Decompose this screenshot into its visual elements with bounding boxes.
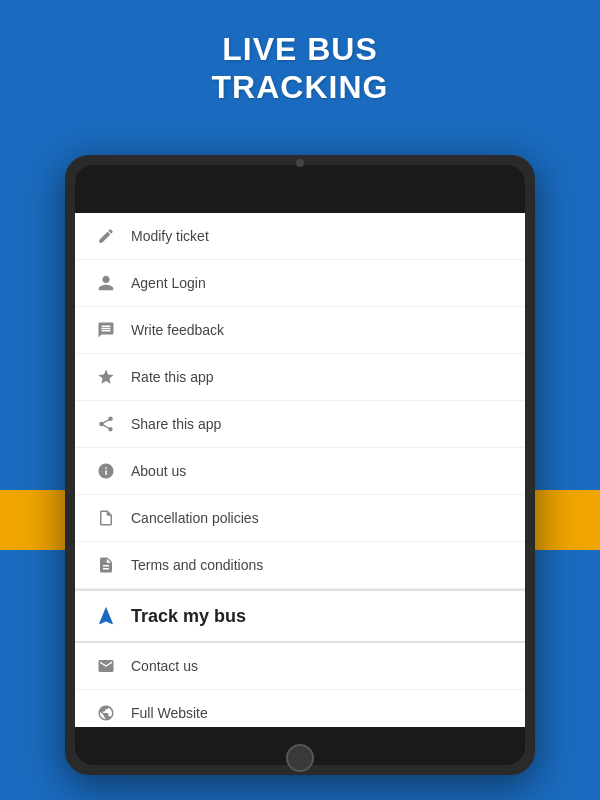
menu-item-agent-login[interactable]: Agent Login <box>75 260 525 307</box>
terms-label: Terms and conditions <box>131 557 263 573</box>
home-button[interactable] <box>286 744 314 772</box>
menu-item-rate-app[interactable]: Rate this app <box>75 354 525 401</box>
globe-icon <box>95 702 117 724</box>
navigation-icon <box>95 605 117 627</box>
header-line2: TRACKING <box>212 69 389 105</box>
person-icon <box>95 272 117 294</box>
menu-item-about-us[interactable]: About us <box>75 448 525 495</box>
tablet-device: Modify ticket Agent Login <box>65 155 535 775</box>
document-lines-icon <box>95 554 117 576</box>
menu-item-full-website[interactable]: Full Website <box>75 690 525 727</box>
pencil-icon <box>95 225 117 247</box>
menu-item-share-app[interactable]: Share this app <box>75 401 525 448</box>
about-us-label: About us <box>131 463 186 479</box>
share-app-label: Share this app <box>131 416 221 432</box>
full-website-label: Full Website <box>131 705 208 721</box>
agent-login-label: Agent Login <box>131 275 206 291</box>
menu-item-modify-ticket[interactable]: Modify ticket <box>75 213 525 260</box>
screen-content: Modify ticket Agent Login <box>75 183 525 727</box>
star-icon <box>95 366 117 388</box>
menu-item-track-bus[interactable]: Track my bus <box>75 589 525 643</box>
menu-item-contact-us[interactable]: Contact us <box>75 643 525 690</box>
track-bus-label: Track my bus <box>131 606 246 627</box>
write-feedback-label: Write feedback <box>131 322 224 338</box>
camera <box>296 159 304 167</box>
header: LIVE BUS TRACKING <box>0 30 600 107</box>
tablet-screen: Modify ticket Agent Login <box>75 165 525 765</box>
chat-icon <box>95 319 117 341</box>
menu-list: Modify ticket Agent Login <box>75 213 525 727</box>
info-icon <box>95 460 117 482</box>
contact-us-label: Contact us <box>131 658 198 674</box>
menu-item-cancellation[interactable]: Cancellation policies <box>75 495 525 542</box>
mail-icon <box>95 655 117 677</box>
screen-top-bar <box>75 183 525 213</box>
menu-item-terms[interactable]: Terms and conditions <box>75 542 525 589</box>
share-icon <box>95 413 117 435</box>
cancellation-label: Cancellation policies <box>131 510 259 526</box>
rate-app-label: Rate this app <box>131 369 214 385</box>
modify-ticket-label: Modify ticket <box>131 228 209 244</box>
header-line1: LIVE BUS <box>222 31 378 67</box>
menu-item-write-feedback[interactable]: Write feedback <box>75 307 525 354</box>
document-icon <box>95 507 117 529</box>
